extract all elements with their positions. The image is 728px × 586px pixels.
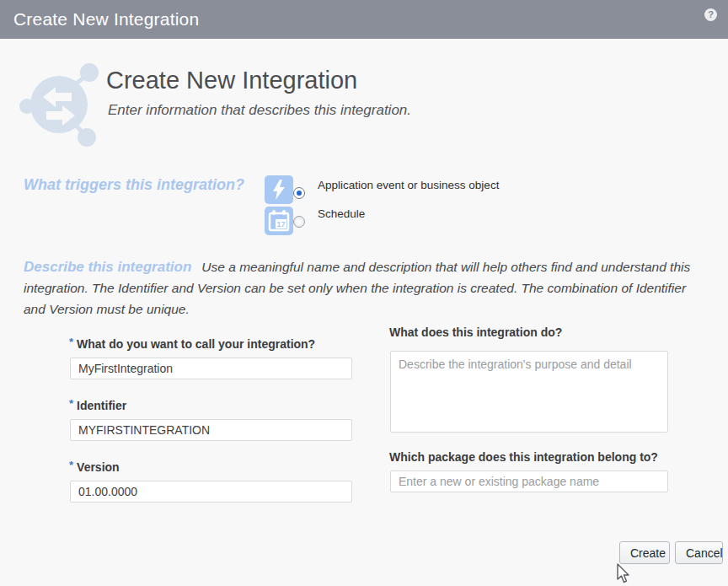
dialog-header: Create New Integration ?: [0, 0, 728, 39]
radio-schedule-label[interactable]: Schedule: [318, 207, 365, 220]
identifier-field-label: *Identifier: [69, 397, 126, 412]
trigger-options: Application event or business object 17 …: [265, 175, 517, 243]
integration-hero-icon: [19, 57, 103, 147]
create-integration-dialog: Create New Integration ? Create New Inte…: [0, 0, 728, 586]
describe-section-heading: Describe this integration: [24, 259, 191, 275]
description-textarea[interactable]: [390, 351, 668, 433]
required-marker: *: [69, 459, 73, 471]
calendar-icon: 17: [265, 207, 293, 235]
radio-application-event[interactable]: [293, 187, 305, 199]
dialog-title: Create New Integration: [13, 0, 199, 39]
trigger-section-heading: What triggers this integration?: [24, 176, 244, 194]
name-input[interactable]: [70, 358, 352, 379]
cancel-button[interactable]: Cancel: [675, 541, 723, 564]
page-title: Create New Integration: [106, 67, 357, 94]
help-icon[interactable]: ?: [704, 8, 717, 21]
description-field-label: What does this integration do?: [389, 325, 562, 339]
radio-application-event-label[interactable]: Application event or business object: [318, 179, 499, 191]
name-field-label: *What do you want to call your integrati…: [69, 336, 315, 351]
describe-section: Describe this integrationUse a meaningfu…: [24, 256, 708, 320]
calendar-day-number: 17: [276, 220, 285, 228]
lightning-bolt-icon: [265, 175, 293, 204]
create-button[interactable]: Create: [619, 541, 670, 564]
required-marker: *: [69, 397, 73, 410]
version-input[interactable]: [70, 481, 352, 503]
radio-schedule[interactable]: [293, 216, 305, 228]
package-input[interactable]: [390, 470, 668, 492]
package-field-label: Which package does this integration belo…: [389, 450, 658, 464]
version-field-label: *Version: [69, 459, 120, 474]
page-subtitle: Enter information that describes this in…: [108, 102, 411, 119]
required-marker: *: [69, 336, 73, 348]
mouse-cursor: [616, 563, 631, 585]
identifier-input[interactable]: [70, 419, 352, 441]
